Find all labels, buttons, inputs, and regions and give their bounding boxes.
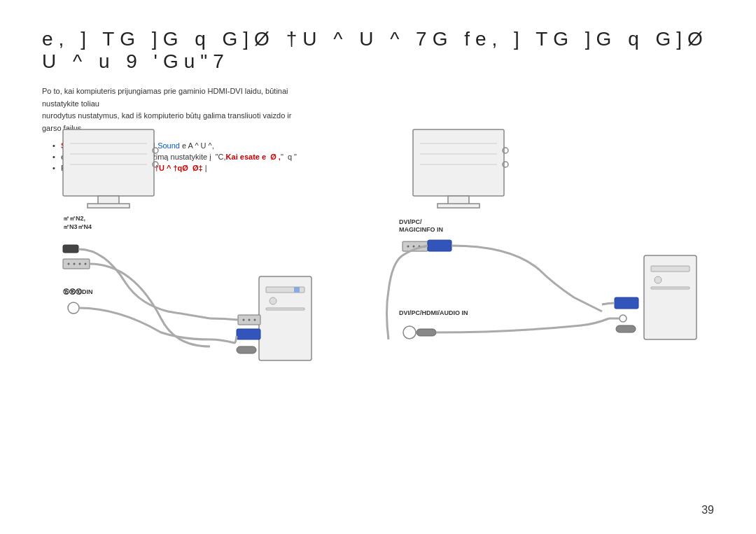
svg-rect-44 bbox=[428, 240, 451, 251]
svg-rect-29 bbox=[413, 129, 504, 196]
svg-rect-0 bbox=[63, 129, 154, 196]
svg-point-15 bbox=[85, 263, 87, 265]
svg-rect-47 bbox=[416, 329, 436, 336]
page-number: 39 bbox=[701, 504, 714, 517]
svg-point-17 bbox=[68, 302, 79, 314]
svg-text:⑮⑯⑩DIN: ⑮⑯⑩DIN bbox=[63, 288, 93, 295]
svg-text:MAGICINFO IN: MAGICINFO IN bbox=[399, 226, 443, 233]
svg-point-12 bbox=[68, 263, 70, 265]
svg-rect-1 bbox=[98, 196, 119, 204]
svg-point-13 bbox=[74, 263, 76, 265]
svg-rect-21 bbox=[266, 308, 304, 310]
svg-rect-27 bbox=[237, 329, 260, 339]
svg-rect-54 bbox=[616, 325, 636, 332]
svg-point-14 bbox=[79, 263, 81, 265]
svg-rect-30 bbox=[448, 196, 469, 204]
svg-point-41 bbox=[413, 246, 415, 248]
svg-point-53 bbox=[620, 315, 626, 322]
svg-rect-51 bbox=[651, 287, 690, 289]
svg-rect-22 bbox=[294, 287, 300, 293]
svg-point-20 bbox=[270, 297, 276, 304]
page-title: e, ] TG ]G q G]Ø †U ^ U ^ 7G fe, ] TG ]G… bbox=[42, 28, 714, 73]
svg-point-24 bbox=[243, 319, 245, 321]
svg-text:㎡㎡N2,: ㎡㎡N2, bbox=[63, 215, 85, 222]
connection-diagram: ㎡㎡N2, ㎡N3㎡N4 ⑮⑯⑩DIN bbox=[21, 108, 735, 409]
page: e, ] TG ]G q G]Ø †U ^ U ^ 7G fe, ] TG ]G… bbox=[0, 0, 756, 534]
svg-rect-52 bbox=[615, 297, 638, 309]
svg-point-46 bbox=[403, 326, 416, 339]
svg-point-25 bbox=[248, 319, 251, 321]
svg-rect-31 bbox=[438, 204, 479, 208]
svg-text:DVI/PC/: DVI/PC/ bbox=[399, 218, 422, 225]
svg-point-26 bbox=[254, 319, 256, 321]
svg-text:DVI/PC/HDMI/AUDIO IN: DVI/PC/HDMI/AUDIO IN bbox=[399, 309, 468, 316]
svg-rect-2 bbox=[88, 204, 130, 208]
svg-rect-49 bbox=[651, 266, 690, 272]
svg-rect-28 bbox=[237, 346, 256, 353]
svg-point-50 bbox=[654, 276, 662, 283]
svg-point-40 bbox=[407, 246, 410, 248]
svg-text:㎡N3㎡N4: ㎡N3㎡N4 bbox=[63, 223, 92, 230]
svg-rect-10 bbox=[63, 245, 78, 253]
